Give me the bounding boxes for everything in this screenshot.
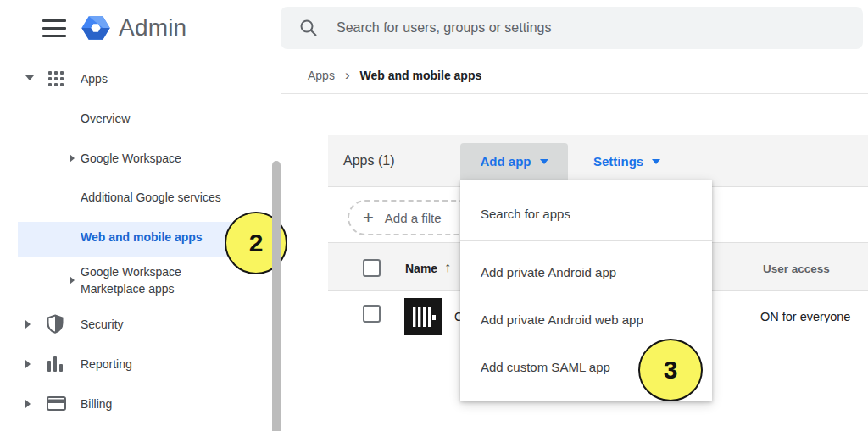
header-divider [281, 93, 868, 94]
google-admin-logo-icon [79, 11, 113, 45]
menu-item-search-for-apps[interactable]: Search for apps [460, 186, 712, 240]
bar-chart-icon [47, 356, 64, 372]
breadcrumb: Apps › Web and mobile apps [308, 69, 481, 82]
search-input[interactable]: Search for users, groups or settings [281, 7, 863, 49]
marketplace-apps-line2: Marketplace apps [81, 280, 181, 297]
add-app-caret-icon [540, 159, 548, 164]
app-logo-icon [404, 298, 442, 335]
security-caret-icon[interactable] [25, 320, 31, 329]
marketplace-apps-line1: Google Workspace [81, 263, 181, 280]
menu-item-add-private-android-app[interactable]: Add private Android app [460, 248, 712, 296]
sidebar-item-web-and-mobile-apps-label[interactable]: Web and mobile apps [81, 230, 203, 244]
settings-caret-icon [652, 159, 660, 164]
sidebar-item-marketplace-apps[interactable]: Google Workspace Marketplace apps [81, 263, 181, 297]
sidebar-item-overview[interactable]: Overview [81, 110, 130, 127]
column-header-user-access[interactable]: User access [763, 262, 830, 275]
apps-count-label: Apps (1) [343, 153, 394, 169]
add-app-button[interactable]: Add app [460, 143, 568, 180]
admin-console-screen: Admin Search for users, groups or settin… [0, 0, 868, 431]
sort-ascending-icon[interactable]: ↑ [444, 260, 451, 275]
sidebar-item-additional-google-services[interactable]: Additional Google services [81, 189, 221, 206]
plus-icon: + [363, 207, 374, 229]
apps-expand-caret-icon[interactable] [25, 75, 34, 80]
breadcrumb-current: Web and mobile apps [360, 69, 482, 82]
sidebar-item-security[interactable]: Security [81, 316, 124, 333]
hamburger-menu-icon[interactable] [42, 19, 66, 37]
menu-item-add-private-android-web-app[interactable]: Add private Android web app [460, 296, 712, 343]
shield-icon [47, 314, 64, 334]
menu-divider [460, 240, 712, 241]
user-access-value: ON for everyone [760, 310, 850, 323]
settings-button-label: Settings [593, 154, 643, 169]
row-checkbox[interactable] [363, 305, 381, 323]
column-header-name[interactable]: Name [405, 262, 437, 275]
select-all-checkbox[interactable] [363, 259, 381, 277]
sidebar-item-billing[interactable]: Billing [81, 395, 112, 412]
annotation-step-3: 3 [638, 339, 703, 401]
settings-button[interactable]: Settings [593, 143, 660, 180]
add-filter-label: Add a filte [385, 211, 442, 225]
breadcrumb-chevron-icon: › [345, 69, 350, 81]
sidebar-scrollbar[interactable] [272, 161, 281, 431]
billing-caret-icon[interactable] [25, 400, 31, 408]
sidebar-item-reporting[interactable]: Reporting [81, 356, 132, 373]
search-placeholder: Search for users, groups or settings [337, 20, 551, 36]
apps-grid-icon [48, 71, 65, 88]
search-icon [299, 19, 318, 37]
marketplace-apps-caret-icon[interactable] [70, 276, 75, 285]
breadcrumb-apps-link[interactable]: Apps [308, 69, 335, 82]
app-title: Admin [119, 14, 186, 41]
add-app-button-label: Add app [481, 154, 531, 169]
reporting-caret-icon[interactable] [25, 360, 31, 368]
google-workspace-caret-icon[interactable] [70, 154, 75, 163]
sidebar-item-google-workspace[interactable]: Google Workspace [81, 150, 181, 167]
sidebar-item-apps[interactable]: Apps [81, 70, 108, 87]
add-filter-chip[interactable]: + Add a filte [348, 200, 476, 235]
credit-card-icon [47, 396, 66, 411]
